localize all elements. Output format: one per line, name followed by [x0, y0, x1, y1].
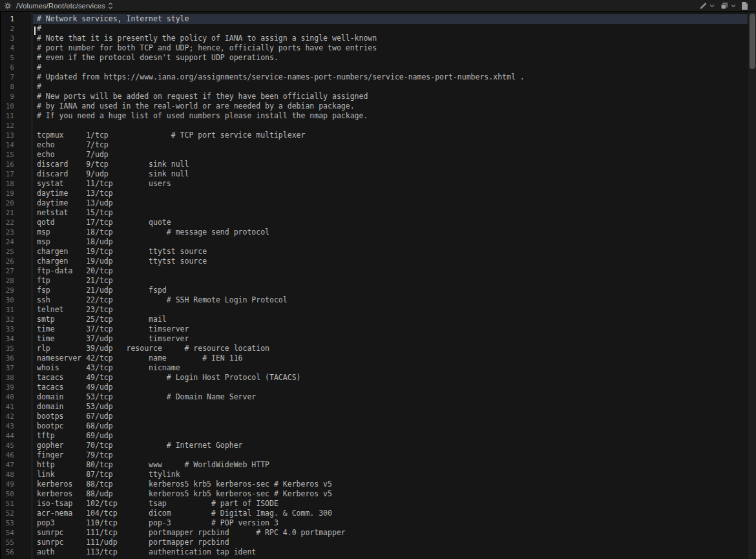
code-line[interactable]: # Note that it is presently the policy o…	[33, 34, 748, 43]
line-number: 35	[1, 344, 14, 353]
line-number: 33	[1, 324, 14, 334]
line-number: 39	[1, 383, 14, 392]
code-line[interactable]: #	[33, 82, 748, 92]
code-line[interactable]: #	[33, 24, 748, 34]
line-number: 2	[1, 24, 14, 34]
line-number: 22	[1, 218, 14, 227]
code-line[interactable]: kerberos 88/udp kerberos5 krb5 kerberos-…	[33, 489, 748, 499]
pencil-icon	[698, 1, 708, 10]
code-line[interactable]: # Network services, Internet style	[33, 14, 748, 24]
gear-icon[interactable]	[4, 2, 12, 10]
code-line[interactable]: # If you need a huge list of used number…	[33, 111, 748, 121]
code-line[interactable]: ftp-data 20/tcp	[33, 266, 748, 276]
line-number: 13	[1, 131, 14, 140]
line-number: 44	[1, 431, 14, 441]
code-line[interactable]: msp 18/udp	[33, 237, 748, 247]
code-line[interactable]: daytime 13/tcp	[33, 189, 748, 198]
code-line[interactable]: iso-tsap 102/tcp tsap # part of ISODE	[33, 499, 748, 509]
code-line[interactable]: qotd 17/tcp quote	[33, 218, 748, 227]
scrollbar-thumb[interactable]	[750, 14, 755, 69]
code-line[interactable]: gopher 70/tcp # Internet Gopher	[33, 441, 748, 450]
code-line[interactable]: sunrpc 111/tcp portmapper rpcbind # RPC …	[33, 528, 748, 538]
file-path-text: /Volumes/Root/etc/services	[16, 2, 105, 10]
code-line[interactable]	[33, 121, 748, 131]
line-number: 32	[1, 315, 14, 324]
code-line[interactable]: # Updated from https://www.iana.org/assi…	[33, 72, 748, 82]
code-line[interactable]: fsp 21/udp fspd	[33, 286, 748, 295]
code-line[interactable]: telnet 23/tcp	[33, 305, 748, 315]
code-line[interactable]: smtp 25/tcp mail	[33, 315, 748, 324]
code-line[interactable]: # even if the protocol doesn't support U…	[33, 53, 748, 63]
code-line[interactable]: link 87/tcp ttylink	[33, 470, 748, 480]
code-line[interactable]: rlp 39/udp resource # resource location	[33, 344, 748, 353]
code-line[interactable]: finger 79/tcp	[33, 450, 748, 460]
line-number: 12	[1, 121, 14, 131]
code-line[interactable]: # by IANA and used in the real-world or …	[33, 101, 748, 111]
code-line[interactable]: echo 7/tcp	[33, 140, 748, 150]
line-number: 14	[1, 140, 14, 150]
file-path-selector[interactable]: /Volumes/Root/etc/services	[16, 2, 113, 10]
line-number: 25	[1, 247, 14, 257]
code-line[interactable]: tftp 69/udp	[33, 431, 748, 441]
code-line[interactable]: acr-nema 104/tcp dicom # Digital Imag. &…	[33, 509, 748, 518]
line-number: 16	[1, 160, 14, 169]
code-line[interactable]: discard 9/tcp sink null	[33, 160, 748, 169]
code-line[interactable]: systat 11/tcp users	[33, 179, 748, 189]
code-line[interactable]: netstat 15/tcp	[33, 208, 748, 218]
line-number: 29	[1, 286, 14, 295]
annotate-button[interactable]	[698, 1, 715, 10]
line-number: 11	[1, 111, 14, 121]
code-line[interactable]: # port number for both TCP and UDP; henc…	[33, 43, 748, 53]
line-number: 45	[1, 441, 14, 450]
line-number: 21	[1, 208, 14, 218]
code-line[interactable]: msp 18/tcp # message send protocol	[33, 227, 748, 237]
line-number: 55	[1, 538, 14, 547]
line-number: 10	[1, 101, 14, 111]
line-number: 40	[1, 392, 14, 402]
code-line[interactable]: domain 53/udp	[33, 402, 748, 412]
code-line[interactable]: pop3 110/tcp pop-3 # POP version 3	[33, 518, 748, 528]
code-line[interactable]: kerberos 88/tcp kerberos5 krb5 kerberos-…	[33, 480, 748, 489]
code-line[interactable]: sunrpc 111/udp portmapper rpcbind	[33, 538, 748, 547]
code-line[interactable]: chargen 19/udp ttytst source	[33, 257, 748, 266]
code-line[interactable]: #	[33, 63, 748, 72]
new-document-button[interactable]	[741, 1, 748, 10]
code-line[interactable]: ssh 22/tcp # SSH Remote Login Protocol	[33, 295, 748, 305]
editor-layout-button[interactable]	[720, 1, 736, 10]
code-line[interactable]: http 80/tcp www # WorldWideWeb HTTP	[33, 460, 748, 470]
code-line[interactable]: time 37/udp timserver	[33, 334, 748, 344]
code-line[interactable]: tacacs 49/udp	[33, 383, 748, 392]
code-line[interactable]: nameserver 42/tcp name # IEN 116	[33, 353, 748, 363]
code-line[interactable]: echo 7/udp	[33, 150, 748, 160]
path-stepper-icon[interactable]	[108, 2, 113, 10]
code-line[interactable]: tacacs 49/tcp # Login Host Protocol (TAC…	[33, 373, 748, 383]
code-line[interactable]: ftp 21/tcp	[33, 276, 748, 286]
line-number: 9	[1, 92, 14, 101]
code-lines[interactable]: # Network services, Internet style## Not…	[33, 12, 748, 559]
line-number: 28	[1, 276, 14, 286]
line-number: 41	[1, 402, 14, 412]
new-document-icon	[741, 1, 748, 10]
line-number: 1	[1, 14, 14, 24]
line-number: 52	[1, 509, 14, 518]
line-number: 17	[1, 169, 14, 179]
line-number: 54	[1, 528, 14, 538]
code-line[interactable]: domain 53/tcp # Domain Name Server	[33, 392, 748, 402]
vertical-scrollbar[interactable]	[748, 12, 756, 559]
code-line[interactable]: chargen 19/tcp ttytst source	[33, 247, 748, 257]
code-line[interactable]: auth 113/tcp authentication tap ident	[33, 547, 748, 557]
code-line[interactable]: # New ports will be added on request if …	[33, 92, 748, 101]
code-line[interactable]: time 37/tcp timserver	[33, 324, 748, 334]
code-line[interactable]: bootps 67/udp	[33, 412, 748, 421]
code-line[interactable]: tcpmux 1/tcp # TCP port service multiple…	[33, 131, 748, 140]
line-number: 27	[1, 266, 14, 276]
line-number: 15	[1, 150, 14, 160]
code-line[interactable]: whois 43/tcp nicname	[33, 363, 748, 373]
line-number: 47	[1, 460, 14, 470]
code-line[interactable]: bootpc 68/udp	[33, 421, 748, 431]
gutter-numbers: 1234567891011121314151617181920212223242…	[1, 12, 32, 559]
code-line[interactable]: discard 9/udp sink null	[33, 169, 748, 179]
line-number: 24	[1, 237, 14, 247]
text-editor[interactable]: 1234567891011121314151617181920212223242…	[0, 12, 756, 559]
code-line[interactable]: daytime 13/udp	[33, 198, 748, 208]
